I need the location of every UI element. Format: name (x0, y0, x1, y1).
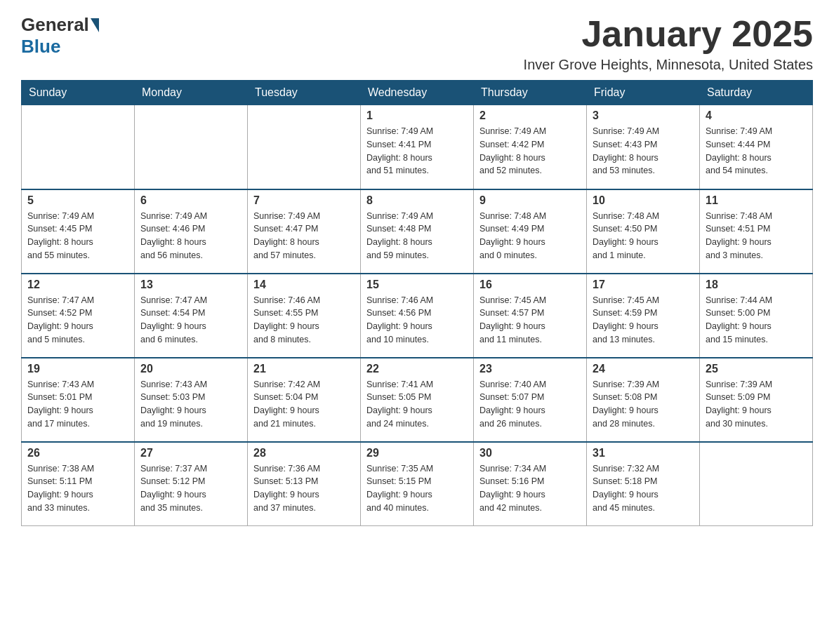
day-number: 10 (593, 194, 694, 207)
day-info: Sunrise: 7:48 AM Sunset: 4:50 PM Dayligh… (593, 210, 694, 262)
page-header: General Blue January 2025 Inver Grove He… (21, 14, 813, 73)
weekday-header-tuesday: Tuesday (248, 81, 361, 105)
day-number: 30 (479, 447, 581, 459)
calendar-cell: 7Sunrise: 7:49 AM Sunset: 4:47 PM Daylig… (248, 189, 361, 274)
calendar-cell: 6Sunrise: 7:49 AM Sunset: 4:46 PM Daylig… (135, 189, 248, 274)
calendar-week-row: 26Sunrise: 7:38 AM Sunset: 5:11 PM Dayli… (22, 442, 813, 526)
calendar-cell (700, 442, 813, 526)
calendar-cell: 11Sunrise: 7:48 AM Sunset: 4:51 PM Dayli… (700, 189, 813, 274)
month-title: January 2025 (524, 14, 813, 54)
day-number: 6 (140, 194, 241, 207)
calendar-cell: 22Sunrise: 7:41 AM Sunset: 5:05 PM Dayli… (361, 358, 474, 442)
day-info: Sunrise: 7:49 AM Sunset: 4:45 PM Dayligh… (27, 210, 128, 262)
calendar-cell: 5Sunrise: 7:49 AM Sunset: 4:45 PM Daylig… (22, 189, 135, 274)
day-number: 22 (366, 363, 468, 375)
day-info: Sunrise: 7:35 AM Sunset: 5:15 PM Dayligh… (366, 462, 468, 515)
day-number: 19 (27, 363, 128, 375)
calendar-week-row: 12Sunrise: 7:47 AM Sunset: 4:52 PM Dayli… (22, 274, 813, 358)
logo-arrow-icon (91, 18, 99, 32)
calendar-cell: 17Sunrise: 7:45 AM Sunset: 4:59 PM Dayli… (587, 274, 700, 358)
day-info: Sunrise: 7:39 AM Sunset: 5:09 PM Dayligh… (706, 378, 807, 431)
day-info: Sunrise: 7:49 AM Sunset: 4:41 PM Dayligh… (366, 125, 468, 177)
day-info: Sunrise: 7:36 AM Sunset: 5:13 PM Dayligh… (253, 462, 355, 515)
weekday-header-saturday: Saturday (700, 81, 813, 105)
day-number: 5 (27, 194, 128, 207)
day-number: 12 (27, 279, 128, 291)
day-info: Sunrise: 7:40 AM Sunset: 5:07 PM Dayligh… (479, 378, 581, 431)
day-number: 17 (593, 279, 694, 291)
day-number: 25 (706, 363, 807, 375)
calendar-cell: 29Sunrise: 7:35 AM Sunset: 5:15 PM Dayli… (361, 442, 474, 526)
day-info: Sunrise: 7:48 AM Sunset: 4:49 PM Dayligh… (479, 210, 581, 262)
day-number: 8 (366, 194, 468, 207)
day-number: 27 (140, 447, 241, 459)
day-number: 13 (140, 279, 241, 291)
day-info: Sunrise: 7:34 AM Sunset: 5:16 PM Dayligh… (479, 462, 581, 515)
calendar-table: SundayMondayTuesdayWednesdayThursdayFrid… (21, 80, 813, 526)
calendar-cell: 20Sunrise: 7:43 AM Sunset: 5:03 PM Dayli… (135, 358, 248, 442)
calendar-cell: 25Sunrise: 7:39 AM Sunset: 5:09 PM Dayli… (700, 358, 813, 442)
day-info: Sunrise: 7:49 AM Sunset: 4:46 PM Dayligh… (140, 210, 241, 262)
calendar-cell: 28Sunrise: 7:36 AM Sunset: 5:13 PM Dayli… (248, 442, 361, 526)
day-info: Sunrise: 7:48 AM Sunset: 4:51 PM Dayligh… (706, 210, 807, 262)
calendar-cell (22, 105, 135, 189)
day-info: Sunrise: 7:38 AM Sunset: 5:11 PM Dayligh… (27, 462, 128, 515)
calendar-cell: 3Sunrise: 7:49 AM Sunset: 4:43 PM Daylig… (587, 105, 700, 189)
calendar-cell (248, 105, 361, 189)
title-block: January 2025 Inver Grove Heights, Minnes… (524, 14, 813, 73)
day-number: 20 (140, 363, 241, 375)
day-number: 11 (706, 194, 807, 207)
calendar-cell: 9Sunrise: 7:48 AM Sunset: 4:49 PM Daylig… (474, 189, 587, 274)
calendar-week-row: 19Sunrise: 7:43 AM Sunset: 5:01 PM Dayli… (22, 358, 813, 442)
day-number: 23 (479, 363, 581, 375)
calendar-cell: 26Sunrise: 7:38 AM Sunset: 5:11 PM Dayli… (22, 442, 135, 526)
logo-general-text: General (21, 14, 89, 36)
weekday-header-row: SundayMondayTuesdayWednesdayThursdayFrid… (22, 81, 813, 105)
calendar-cell: 1Sunrise: 7:49 AM Sunset: 4:41 PM Daylig… (361, 105, 474, 189)
day-info: Sunrise: 7:49 AM Sunset: 4:42 PM Dayligh… (479, 125, 581, 177)
day-number: 1 (366, 109, 468, 122)
day-info: Sunrise: 7:49 AM Sunset: 4:44 PM Dayligh… (706, 125, 807, 177)
calendar-cell: 24Sunrise: 7:39 AM Sunset: 5:08 PM Dayli… (587, 358, 700, 442)
weekday-header-wednesday: Wednesday (361, 81, 474, 105)
day-info: Sunrise: 7:43 AM Sunset: 5:03 PM Dayligh… (140, 378, 241, 431)
calendar-cell: 18Sunrise: 7:44 AM Sunset: 5:00 PM Dayli… (700, 274, 813, 358)
calendar-cell: 4Sunrise: 7:49 AM Sunset: 4:44 PM Daylig… (700, 105, 813, 189)
weekday-header-friday: Friday (587, 81, 700, 105)
calendar-cell: 15Sunrise: 7:46 AM Sunset: 4:56 PM Dayli… (361, 274, 474, 358)
day-info: Sunrise: 7:41 AM Sunset: 5:05 PM Dayligh… (366, 378, 468, 431)
calendar-cell: 30Sunrise: 7:34 AM Sunset: 5:16 PM Dayli… (474, 442, 587, 526)
calendar-cell (135, 105, 248, 189)
calendar-cell: 10Sunrise: 7:48 AM Sunset: 4:50 PM Dayli… (587, 189, 700, 274)
calendar-cell: 2Sunrise: 7:49 AM Sunset: 4:42 PM Daylig… (474, 105, 587, 189)
day-info: Sunrise: 7:49 AM Sunset: 4:43 PM Dayligh… (593, 125, 694, 177)
location: Inver Grove Heights, Minnesota, United S… (524, 57, 813, 73)
day-info: Sunrise: 7:39 AM Sunset: 5:08 PM Dayligh… (593, 378, 694, 431)
day-info: Sunrise: 7:47 AM Sunset: 4:54 PM Dayligh… (140, 294, 241, 347)
calendar-cell: 19Sunrise: 7:43 AM Sunset: 5:01 PM Dayli… (22, 358, 135, 442)
day-number: 29 (366, 447, 468, 459)
day-number: 7 (253, 194, 355, 207)
weekday-header-thursday: Thursday (474, 81, 587, 105)
day-info: Sunrise: 7:45 AM Sunset: 4:59 PM Dayligh… (593, 294, 694, 347)
day-number: 18 (706, 279, 807, 291)
day-number: 15 (366, 279, 468, 291)
day-info: Sunrise: 7:45 AM Sunset: 4:57 PM Dayligh… (479, 294, 581, 347)
logo-blue-text: Blue (21, 36, 60, 57)
day-number: 31 (593, 447, 694, 459)
calendar-cell: 8Sunrise: 7:49 AM Sunset: 4:48 PM Daylig… (361, 189, 474, 274)
calendar-cell: 13Sunrise: 7:47 AM Sunset: 4:54 PM Dayli… (135, 274, 248, 358)
day-number: 9 (479, 194, 581, 207)
calendar-cell: 21Sunrise: 7:42 AM Sunset: 5:04 PM Dayli… (248, 358, 361, 442)
day-number: 4 (706, 109, 807, 122)
day-info: Sunrise: 7:46 AM Sunset: 4:55 PM Dayligh… (253, 294, 355, 347)
weekday-header-sunday: Sunday (22, 81, 135, 105)
weekday-header-monday: Monday (135, 81, 248, 105)
calendar-cell: 27Sunrise: 7:37 AM Sunset: 5:12 PM Dayli… (135, 442, 248, 526)
day-info: Sunrise: 7:44 AM Sunset: 5:00 PM Dayligh… (706, 294, 807, 347)
day-info: Sunrise: 7:49 AM Sunset: 4:47 PM Dayligh… (253, 210, 355, 262)
day-number: 16 (479, 279, 581, 291)
calendar-cell: 31Sunrise: 7:32 AM Sunset: 5:18 PM Dayli… (587, 442, 700, 526)
day-number: 2 (479, 109, 581, 122)
day-number: 26 (27, 447, 128, 459)
